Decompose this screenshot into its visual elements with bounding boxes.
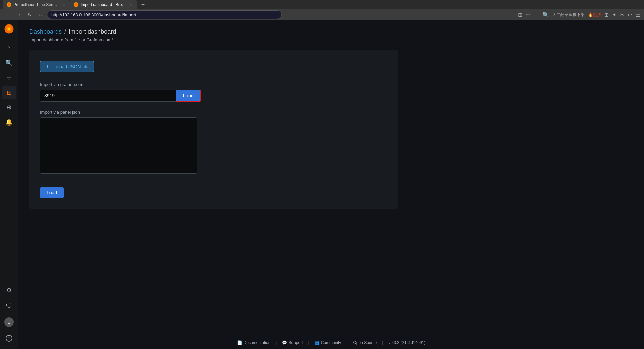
breadcrumb-dashboards-link[interactable]: Dashboards: [29, 28, 62, 35]
bell-icon: 🔔: [5, 118, 13, 126]
panel-json-section: Import via panel json: [40, 110, 387, 175]
new-tab-button[interactable]: +: [138, 0, 148, 9]
browser-tab-2[interactable]: Import dashboard - Brow... ✕: [70, 0, 137, 9]
main-content: Dashboards / Import dashboard Import das…: [18, 20, 644, 336]
sidebar-item-search[interactable]: 🔍: [2, 56, 16, 70]
footer-sep-2: |: [308, 340, 309, 345]
forward-button[interactable]: →: [15, 11, 23, 19]
support-icon: 💬: [282, 340, 287, 345]
panel-json-textarea[interactable]: [40, 117, 197, 174]
home-button[interactable]: ⌂: [36, 11, 44, 19]
app-container: › 🔍 ☆ ⊞ ⊕ 🔔 ⚙ 🛡 U ?: [0, 20, 644, 349]
browser-action-3[interactable]: …: [534, 12, 539, 18]
sidebar-bottom: ⚙ 🛡 U ?: [2, 283, 16, 346]
gear-icon: ⚙: [6, 286, 12, 294]
documentation-icon: 📄: [237, 340, 242, 345]
browser-action-2[interactable]: ☆: [526, 12, 530, 18]
sidebar-toggle[interactable]: ›: [2, 40, 16, 54]
sidebar-item-shield[interactable]: 🛡: [2, 299, 16, 313]
grafana-url-input[interactable]: [40, 90, 176, 102]
tab-2-close[interactable]: ✕: [129, 2, 133, 7]
browser-star-icon[interactable]: ✦: [612, 12, 616, 18]
profile-icon: U: [4, 317, 14, 327]
page-footer: 📄 Documentation | 💬 Support | 👥 Communit…: [18, 336, 644, 349]
sidebar-item-explore[interactable]: ⊕: [2, 101, 16, 114]
browser-action-1[interactable]: ⊞: [518, 12, 522, 18]
browser-text-2: 🔥热搜: [588, 12, 601, 18]
explore-icon: ⊕: [7, 104, 12, 111]
tab-1-title: Prometheus Time Series C...: [13, 2, 59, 7]
grafana-import-row: Load: [40, 90, 201, 102]
help-icon: ?: [6, 335, 12, 342]
community-icon: 👥: [315, 340, 320, 345]
sidebar-item-settings[interactable]: ⚙: [2, 283, 16, 297]
footer-opensource-link[interactable]: Open Source: [353, 340, 377, 345]
breadcrumb: Dashboards / Import dashboard: [29, 28, 633, 35]
grafana-import-section: Import via grafana.com Load: [40, 82, 387, 102]
browser-action-search[interactable]: 🔍: [542, 12, 549, 18]
sidebar-item-starred[interactable]: ☆: [2, 71, 16, 85]
sidebar-item-profile[interactable]: U: [2, 315, 16, 329]
panel-json-label: Import via panel json: [40, 110, 387, 115]
upload-icon: ⬆: [46, 64, 50, 69]
browser-text-1: 大二酚菜鱼披下架: [552, 12, 585, 18]
browser-menu-icon[interactable]: ☰: [635, 12, 640, 18]
browser-undo-icon[interactable]: ↩: [628, 12, 632, 18]
browser-controls: ← → ↻ ⌂ http://192.168.0.106:3000/dashbo…: [0, 9, 644, 20]
browser-scissors-icon[interactable]: ✂: [620, 12, 624, 18]
search-icon: 🔍: [5, 59, 13, 67]
footer-sep-4: |: [382, 340, 383, 345]
dashboards-icon: ⊞: [7, 89, 12, 96]
tab-1-close[interactable]: ✕: [62, 2, 66, 7]
page-header: Dashboards / Import dashboard Import das…: [29, 28, 633, 42]
browser-tab-1[interactable]: Prometheus Time Series C... ✕: [3, 0, 70, 9]
sidebar-item-help[interactable]: ?: [2, 332, 16, 345]
refresh-button[interactable]: ↻: [25, 11, 34, 19]
footer-version: v9.3.2 (21c1d14e91): [388, 340, 425, 345]
grafana-logo[interactable]: [3, 23, 15, 35]
import-card: ⬆ Upload JSON file Import via grafana.co…: [29, 50, 398, 209]
grafana-import-label: Import via grafana.com: [40, 82, 387, 87]
footer-support-link[interactable]: 💬 Support: [282, 340, 303, 345]
shield-icon: 🛡: [6, 303, 12, 310]
footer-documentation-link[interactable]: 📄 Documentation: [237, 340, 271, 345]
opensource-label: Open Source: [353, 340, 377, 345]
grafana-load-button[interactable]: Load: [176, 90, 201, 102]
star-icon: ☆: [6, 74, 12, 82]
browser-grid-icon[interactable]: ⊞: [604, 12, 609, 18]
browser-chrome: Prometheus Time Series C... ✕ Import das…: [0, 0, 644, 20]
footer-community-link[interactable]: 👥 Community: [315, 340, 341, 345]
address-bar[interactable]: http://192.168.0.106:3000/dashboard/impo…: [47, 10, 282, 19]
sidebar: › 🔍 ☆ ⊞ ⊕ 🔔 ⚙ 🛡 U ?: [0, 20, 18, 349]
page-title: Import dashboard: [69, 28, 116, 35]
sidebar-item-alerting[interactable]: 🔔: [2, 115, 16, 129]
breadcrumb-separator: /: [64, 28, 66, 35]
svg-point-2: [8, 28, 10, 30]
footer-sep-1: |: [276, 340, 277, 345]
panel-json-load-button[interactable]: Load: [40, 187, 64, 198]
page-subtitle: Import dashboard from file or Grafana.co…: [29, 37, 633, 42]
address-text: http://192.168.0.106:3000/dashboard/impo…: [51, 12, 136, 17]
back-button[interactable]: ←: [4, 11, 12, 19]
sidebar-item-dashboards[interactable]: ⊞: [2, 86, 16, 99]
community-label: Community: [321, 340, 341, 345]
documentation-label: Documentation: [244, 340, 271, 345]
footer-sep-3: |: [346, 340, 347, 345]
upload-json-button[interactable]: ⬆ Upload JSON file: [40, 61, 94, 72]
tab-2-title: Import dashboard - Brow...: [80, 2, 126, 7]
browser-actions: ⊞ ☆ … 🔍 大二酚菜鱼披下架 🔥热搜 ⊞ ✦ ✂ ↩ ☰: [518, 12, 640, 18]
browser-tabs: Prometheus Time Series C... ✕ Import das…: [0, 0, 644, 9]
upload-btn-label: Upload JSON file: [52, 64, 88, 69]
support-label: Support: [288, 340, 303, 345]
